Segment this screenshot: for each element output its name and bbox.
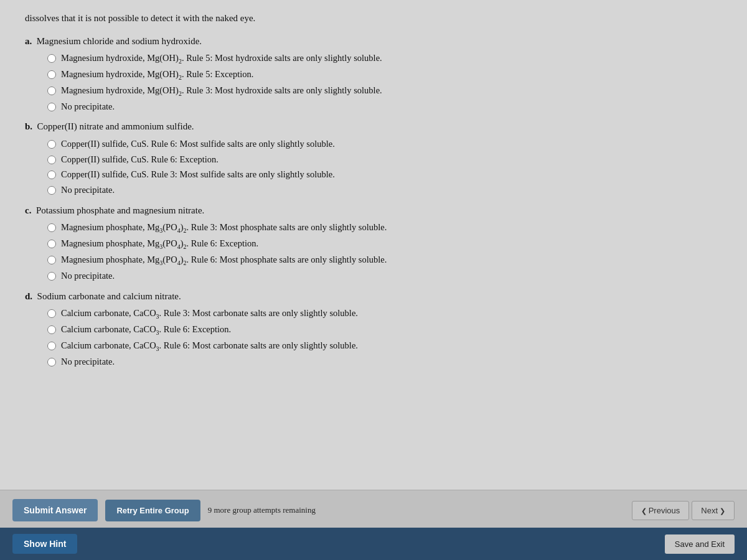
save-exit-button[interactable]: Save and Exit [665, 534, 735, 554]
previous-arrow-icon [641, 506, 647, 515]
section-d-radio-2[interactable] [47, 325, 56, 334]
section-a-option-4[interactable]: No precipitate. [47, 100, 722, 114]
section-c-option-2[interactable]: Magnesium phosphate, Mg3(PO4)2. Rule 6: … [47, 237, 722, 251]
section-a-radio-3[interactable] [47, 86, 56, 95]
section-c-label: c. Potassium phosphate and magnesium nit… [25, 203, 722, 218]
next-arrow-icon [720, 506, 725, 515]
section-c-option-3[interactable]: Magnesium phosphate, Mg3(PO4)2. Rule 6: … [47, 253, 722, 268]
main-content: dissolves that it is not possible to det… [0, 0, 747, 490]
section-b-label: b. Copper(II) nitrate and ammonium sulfi… [25, 119, 722, 134]
section-b-option-4[interactable]: No precipitate. [47, 184, 722, 197]
section-b-option-1[interactable]: Copper(II) sulfide, CuS. Rule 6: Most su… [47, 138, 722, 151]
intro-text: dissolves that it is not possible to det… [25, 11, 722, 26]
bottom-bar: Submit Answer Retry Entire Group 9 more … [0, 490, 747, 528]
next-button[interactable]: Next [692, 501, 735, 520]
section-d-radio-4[interactable] [47, 358, 56, 366]
section-b-radio-4[interactable] [47, 186, 56, 195]
section-a-label: a. Magnesium chloride and sodium hydroxi… [25, 34, 722, 49]
section-a-option-2[interactable]: Magnesium hydroxide, Mg(OH)2. Rule 5: Ex… [47, 68, 722, 82]
section-b-option-2[interactable]: Copper(II) sulfide, CuS. Rule 6: Excepti… [47, 153, 722, 167]
section-a-option-1[interactable]: Magnesium hydroxide, Mg(OH)2. Rule 5: Mo… [47, 52, 722, 66]
next-label: Next [701, 506, 718, 515]
section-d-options: Calcium carbonate, CaCO3. Rule 3: Most c… [47, 307, 722, 368]
section-d-label: d. Sodium carbonate and calcium nitrate. [25, 289, 722, 304]
section-b-radio-2[interactable] [47, 156, 56, 164]
section-c: c. Potassium phosphate and magnesium nit… [25, 203, 722, 283]
section-d-radio-3[interactable] [47, 342, 56, 350]
section-a-radio-4[interactable] [47, 103, 56, 111]
previous-label: Previous [649, 506, 680, 515]
section-c-radio-1[interactable] [47, 223, 56, 232]
section-d-option-2[interactable]: Calcium carbonate, CaCO3. Rule 6: Except… [47, 323, 722, 337]
section-d-radio-1[interactable] [47, 309, 56, 318]
section-b-options: Copper(II) sulfide, CuS. Rule 6: Most su… [47, 138, 722, 197]
section-c-radio-3[interactable] [47, 256, 56, 264]
section-a-option-3[interactable]: Magnesium hydroxide, Mg(OH)2. Rule 3: Mo… [47, 84, 722, 98]
section-c-option-1[interactable]: Magnesium phosphate, Mg3(PO4)2. Rule 3: … [47, 221, 722, 235]
section-d-option-4[interactable]: No precipitate. [47, 355, 722, 369]
footer-bar: Show Hint Save and Exit [0, 528, 747, 560]
section-a: a. Magnesium chloride and sodium hydroxi… [25, 34, 722, 114]
section-a-radio-2[interactable] [47, 70, 56, 79]
section-a-options: Magnesium hydroxide, Mg(OH)2. Rule 5: Mo… [47, 52, 722, 113]
section-b-option-3[interactable]: Copper(II) sulfide, CuS. Rule 3: Most su… [47, 168, 722, 182]
section-c-radio-4[interactable] [47, 272, 56, 281]
section-d: d. Sodium carbonate and calcium nitrate.… [25, 289, 722, 369]
section-b: b. Copper(II) nitrate and ammonium sulfi… [25, 119, 722, 197]
section-d-option-1[interactable]: Calcium carbonate, CaCO3. Rule 3: Most c… [47, 307, 722, 321]
attempts-remaining: 9 more group attempts remaining [208, 505, 316, 515]
submit-button[interactable]: Submit Answer [12, 499, 98, 521]
section-c-radio-2[interactable] [47, 240, 56, 248]
section-c-option-4[interactable]: No precipitate. [47, 269, 722, 283]
section-c-options: Magnesium phosphate, Mg3(PO4)2. Rule 3: … [47, 221, 722, 282]
section-b-radio-3[interactable] [47, 170, 56, 179]
section-d-option-3[interactable]: Calcium carbonate, CaCO3. Rule 6: Most c… [47, 339, 722, 353]
navigation-area: Previous Next [632, 501, 735, 520]
show-hint-button[interactable]: Show Hint [12, 534, 77, 554]
previous-button[interactable]: Previous [632, 501, 690, 520]
retry-button[interactable]: Retry Entire Group [105, 500, 200, 521]
section-a-radio-1[interactable] [47, 54, 56, 63]
section-b-radio-1[interactable] [47, 140, 56, 149]
